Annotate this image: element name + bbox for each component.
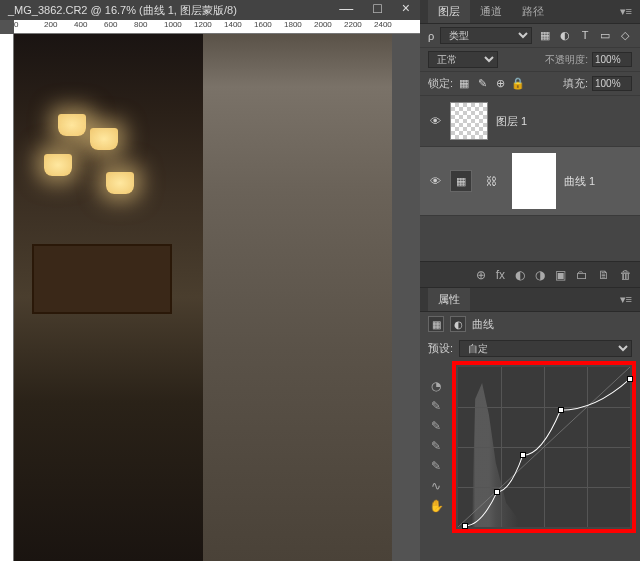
curves-type-icon: ▦ [428,316,444,332]
lock-paint-icon[interactable]: ✎ [475,77,489,90]
canvas[interactable] [14,34,392,561]
preset-select[interactable]: 自定 [459,340,632,357]
visibility-toggle-icon[interactable]: 👁 [428,115,442,127]
image-content [32,244,172,314]
ruler-tick: 2200 [344,20,362,29]
layer-name[interactable]: 曲线 1 [564,174,595,189]
filter-shape-icon[interactable]: ▭ [598,29,612,42]
fx-icon[interactable]: fx [496,268,505,282]
visibility-toggle-icon[interactable]: 👁 [428,175,442,187]
curve-highlight-box [452,361,636,533]
adjustment-type-label: 曲线 [472,317,494,332]
tab-paths[interactable]: 路径 [512,0,554,23]
ruler-tick: 400 [74,20,87,29]
lock-row: 锁定: ▦ ✎ ⊕ 🔒 填充: 100% [420,72,640,96]
layers-panel-header: 图层 通道 路径 ▾≡ [420,0,640,24]
layer-row[interactable]: 👁 图层 1 [420,96,640,147]
hand-icon[interactable]: ✋ [429,499,444,513]
curve-line [458,367,630,527]
layers-panel: 图层 通道 路径 ▾≡ ρ 类型 ▦ ◐ T ▭ ◇ 正常 不透明度: 100%… [420,0,640,288]
curve-control-point[interactable] [627,376,633,382]
layers-footer: ⊕ fx ◐ ◑ ▣ 🗀 🗎 🗑 [420,261,640,287]
window-close-icon[interactable]: × [402,0,410,16]
tab-layers[interactable]: 图层 [428,0,470,23]
ruler-tick: 200 [44,20,57,29]
opacity-label: 不透明度: [545,53,588,67]
image-content [44,84,144,224]
ruler-tick: 2400 [374,20,392,29]
trash-icon[interactable]: 🗑 [620,268,632,282]
blend-mode-select[interactable]: 正常 [428,51,498,68]
panel-menu-icon[interactable]: ▾≡ [620,5,632,18]
fill-label: 填充: [563,76,588,91]
adjustment-type-row: ▦ ◐ 曲线 [420,312,640,336]
eyedropper-gray-icon[interactable]: ✎ [431,419,441,433]
preset-row: 预设: 自定 [420,336,640,361]
window-max-icon[interactable]: □ [373,0,381,16]
link-icon[interactable]: ⛓ [480,170,502,192]
opacity-value[interactable]: 100% [592,52,632,67]
tab-properties[interactable]: 属性 [428,288,470,311]
curve-control-point[interactable] [462,523,468,529]
filter-text-icon[interactable]: T [578,29,592,42]
svg-line-0 [458,367,630,527]
ruler-tick: 0 [14,20,18,29]
document-titlebar: _MG_3862.CR2 @ 16.7% (曲线 1, 图层蒙版/8) — □ … [0,0,420,20]
fill-value[interactable]: 100% [592,76,632,91]
lock-all-icon[interactable]: 🔒 [511,77,525,90]
new-layer-icon[interactable]: 🗎 [598,268,610,282]
curves-adjustment-icon[interactable]: ▦ [450,170,472,192]
filter-type-select[interactable]: 类型 [440,27,532,44]
ruler-tick: 1400 [224,20,242,29]
blend-row: 正常 不透明度: 100% [420,48,640,72]
ruler-vertical[interactable] [0,34,14,561]
layer-row[interactable]: 👁 ▦ ⛓ 曲线 1 [420,147,640,216]
filter-pixel-icon[interactable]: ▦ [538,29,552,42]
eyedropper-white-icon[interactable]: ✎ [431,439,441,453]
curve-canvas[interactable] [458,367,630,527]
lock-label: 锁定: [428,76,453,91]
mask-type-icon: ◐ [450,316,466,332]
curves-editor: ◔ ✎ ✎ ✎ ✎ ∿ ✋ [420,361,640,537]
curve-control-point[interactable] [558,407,564,413]
properties-panel-header: 属性 ▾≡ [420,288,640,312]
lock-pixels-icon[interactable]: ▦ [457,77,471,90]
pencil-icon[interactable]: ✎ [431,459,441,473]
panel-menu-icon[interactable]: ▾≡ [620,293,632,306]
panels-area: 图层 通道 路径 ▾≡ ρ 类型 ▦ ◐ T ▭ ◇ 正常 不透明度: 100%… [420,0,640,561]
filter-type-icons: ▦ ◐ T ▭ ◇ [538,29,632,42]
adjustment-icon[interactable]: ◑ [535,268,545,282]
lock-pos-icon[interactable]: ⊕ [493,77,507,90]
smooth-icon[interactable]: ∿ [431,479,441,493]
ruler-tick: 1200 [194,20,212,29]
layer-mask-thumbnail[interactable] [512,153,556,209]
preset-label: 预设: [428,341,453,356]
window-controls: — □ × [339,0,410,16]
ruler-horizontal[interactable]: 0200400600800100012001400160018002000220… [14,20,420,34]
eyedropper-black-icon[interactable]: ✎ [431,399,441,413]
ruler-tick: 2000 [314,20,332,29]
properties-panel: 属性 ▾≡ ▦ ◐ 曲线 预设: 自定 ◔ ✎ ✎ ✎ ✎ ∿ ✋ [420,288,640,537]
document-title: _MG_3862.CR2 @ 16.7% (曲线 1, 图层蒙版/8) [8,3,237,18]
folder-icon[interactable]: 🗀 [576,268,588,282]
document-area: _MG_3862.CR2 @ 16.7% (曲线 1, 图层蒙版/8) — □ … [0,0,420,561]
layer-filter-row: ρ 类型 ▦ ◐ T ▭ ◇ [420,24,640,48]
ruler-tick: 600 [104,20,117,29]
search-icon: ρ [428,30,434,42]
channel-select-icon[interactable]: ◔ [431,379,441,393]
layer-name[interactable]: 图层 1 [496,114,527,129]
link-layers-icon[interactable]: ⊕ [476,268,486,282]
tab-channels[interactable]: 通道 [470,0,512,23]
mask-icon[interactable]: ◐ [515,268,525,282]
window-min-icon[interactable]: — [339,0,353,16]
layer-thumbnail[interactable] [450,102,488,140]
filter-smart-icon[interactable]: ◇ [618,29,632,42]
filter-adjust-icon[interactable]: ◐ [558,29,572,42]
curve-control-point[interactable] [520,452,526,458]
curve-control-point[interactable] [494,489,500,495]
ruler-tick: 800 [134,20,147,29]
ruler-tick: 1000 [164,20,182,29]
group-icon[interactable]: ▣ [555,268,566,282]
layer-list: 👁 图层 1 👁 ▦ ⛓ 曲线 1 [420,96,640,260]
ruler-tick: 1600 [254,20,272,29]
